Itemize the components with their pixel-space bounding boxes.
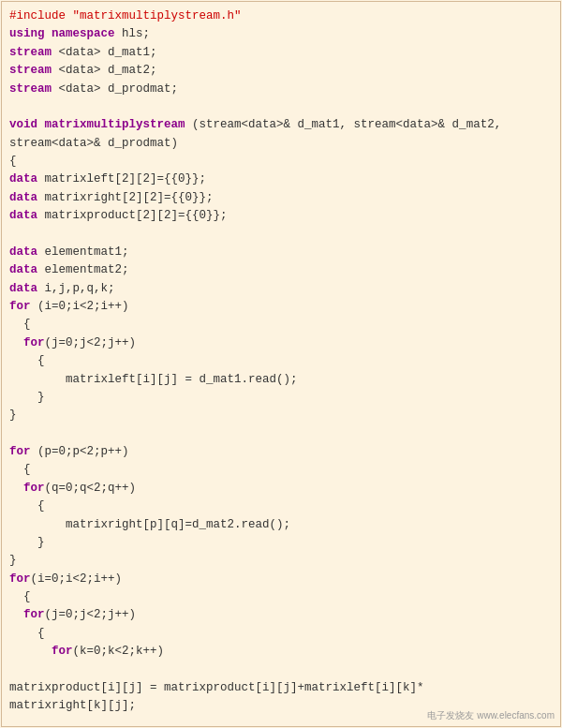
border-frame [1, 1, 561, 727]
code-container: #include "matrixmultiplystream.h" using … [0, 0, 562, 728]
watermark: 电子发烧友 www.elecfans.com [427, 708, 555, 723]
